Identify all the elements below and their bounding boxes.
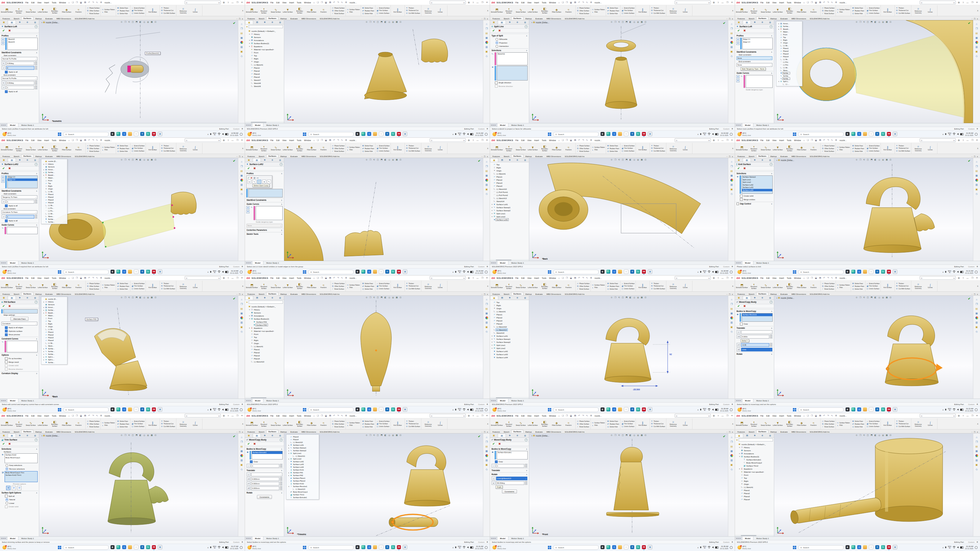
tool-extruded-surface[interactable]: ⬒Extruded Surface [1, 146, 13, 151]
tree-item-plane1[interactable]: ▱Plane1 [491, 313, 529, 316]
selection-item[interactable]: Body-Move/Copy1 [5, 456, 37, 459]
wifi-icon[interactable] [708, 546, 711, 549]
search-box[interactable]: ⊙▾ [430, 414, 466, 418]
search-box[interactable]: ⊙▾ [675, 1, 711, 4]
show-both-icon[interactable]: ⊟ [17, 486, 21, 490]
tab-evaluate[interactable]: Evaluate [288, 293, 299, 295]
tool-fillet[interactable]: ◗Fillet [837, 286, 850, 289]
view-orientation-icon[interactable]: ⬒ [136, 21, 138, 23]
doc-restore-icon[interactable]: ❐ [239, 431, 240, 433]
tree-item-right[interactable]: ▯Right [246, 338, 284, 341]
pm-dropdown[interactable]: Curvature⌄ [2, 322, 37, 326]
part-reviewer-icon[interactable]: ◇ [731, 330, 733, 333]
pm-help-icon[interactable]: ? [35, 163, 38, 166]
tool-boundary-surface[interactable]: ◧Boundary Surface [539, 145, 550, 152]
edit-appearance-icon[interactable]: ◍ [392, 296, 394, 299]
undo-icon[interactable]: ↶ [88, 414, 90, 417]
status-tag-icon[interactable]: ❖ [241, 265, 243, 268]
tool-planar-surface[interactable]: ▱Planar Surface [87, 7, 100, 9]
tool-cut-with-surface[interactable]: ⊘Cut With Surface [651, 12, 665, 14]
tree-item-split-line2[interactable]: ▸⊜Split Line2 [287, 457, 318, 460]
tab-features[interactable]: Features [736, 430, 747, 433]
file-explorer-icon[interactable]: ▤ [730, 307, 733, 310]
sheet-nav-icon-0[interactable]: ◂◂ [491, 124, 492, 126]
tool-curves[interactable]: ∫Curves [434, 421, 446, 426]
viewport[interactable]: ⊙❐⟲◫⬒◧◎◍▦⊡▸▣nozzle (Defau...✔ [39, 433, 238, 536]
taskbar-app-file-explorer[interactable] [863, 132, 867, 137]
wifi-icon[interactable] [218, 546, 221, 549]
pm-section-options[interactable]: Options∧ [1, 353, 38, 356]
tool-surface-flatten[interactable]: ▭Surface Flatten [102, 421, 115, 424]
taskbar-search[interactable]: ⊙Search [63, 407, 109, 412]
open-icon[interactable]: ❐ [76, 414, 78, 417]
hide-show-items-icon[interactable]: ◎ [633, 296, 635, 299]
tool-extend-surface[interactable]: ↔Extend Surface [131, 144, 145, 147]
tool-swept-surface[interactable]: ∿Swept Surface [515, 146, 527, 151]
design-library-icon[interactable]: ❒ [730, 27, 733, 30]
tree-item-split-l[interactable]: ▾⊜Split L.. [777, 80, 801, 83]
appearances-icon[interactable] [485, 179, 488, 181]
menu-insert[interactable]: Insert [533, 139, 539, 141]
pm-dropdown[interactable]: None⌄ [247, 224, 282, 227]
taskbar-app-file-explorer[interactable] [128, 545, 132, 550]
menu-file[interactable]: File [515, 277, 519, 279]
tab-evaluate[interactable]: Evaluate [288, 17, 299, 20]
taskbar-app-notepad[interactable]: ≡ [134, 545, 138, 550]
menu-file[interactable]: File [25, 415, 29, 417]
checkbox-apply-to-all[interactable]: ✓Apply to all [5, 205, 37, 207]
propertymanager-tab-icon[interactable]: ▤ [253, 20, 261, 24]
microphone-icon[interactable] [210, 409, 211, 411]
tool-trim-surface[interactable]: ◪Trim Surface [621, 147, 635, 149]
tab-model[interactable]: Model [252, 123, 264, 127]
selection-item[interactable]: Surface-Knit2 [5, 454, 37, 456]
tree-item-surfac[interactable]: ▼Surfac... [42, 361, 66, 364]
tree-scrollbar[interactable] [735, 535, 774, 536]
menu-tools[interactable]: Tools [541, 415, 547, 417]
view-settings-icon[interactable]: ⊡ [400, 296, 401, 299]
taskbar-weather[interactable]: 26°CMostly clear [737, 546, 751, 549]
tree-item-sketch1[interactable]: ◺(-) Sketch1 [736, 486, 774, 489]
tool-ruled-surface[interactable]: ∕Ruled Surface [577, 288, 590, 290]
tool-delete-hole[interactable]: ◎Delete Hole [362, 288, 374, 290]
pm-dropdown[interactable]: None⌄ [737, 56, 772, 60]
dimxpert-tab-icon[interactable]: ⊕ [269, 296, 276, 300]
tree-item-surfac[interactable]: ▸∿Surfac... [42, 350, 66, 353]
dimxpert-tab-icon[interactable]: ⊕ [514, 158, 521, 162]
doc-restore-icon[interactable]: ❐ [974, 293, 975, 295]
pm-cancel-button[interactable]: ✖ [9, 167, 11, 170]
tree-item-sketch8[interactable]: ◺Sketch8 [246, 81, 284, 84]
tab-model[interactable]: Model [252, 261, 264, 265]
ptool-deselect-icon[interactable]: ⊘ [253, 176, 255, 179]
tree-item-surface-loft2[interactable]: ▼Surface-Loft2 [491, 349, 529, 353]
notifications-icon[interactable] [240, 408, 243, 411]
menu-tools[interactable]: Tools [51, 415, 57, 417]
tab-sketch[interactable]: Sketch [257, 17, 266, 20]
doc-restore-icon[interactable]: ❐ [239, 156, 240, 158]
battery-icon[interactable] [470, 271, 474, 273]
edit-appearance-icon[interactable]: ◍ [882, 159, 884, 161]
view-settings-icon[interactable]: ⊡ [890, 159, 891, 161]
notifications-icon[interactable] [240, 546, 243, 549]
user-account-icon[interactable]: ◍ [957, 414, 960, 417]
view-settings-icon[interactable]: ⊡ [890, 434, 891, 437]
battery-icon[interactable] [960, 546, 964, 549]
pm-section-translate[interactable]: Translate∧ [736, 326, 773, 329]
sheet-nav-icon-3[interactable]: ▸▸ [740, 262, 741, 264]
button-constraints[interactable]: Constraints [502, 489, 517, 494]
taskbar-app-file-explorer[interactable] [373, 270, 377, 275]
propertymanager-tab-icon[interactable]: ▤ [8, 158, 16, 162]
tree-item-plane2[interactable]: ▱Plane2 [246, 351, 284, 354]
tab-model[interactable]: Model [742, 399, 754, 402]
tool-thicken[interactable]: ≡Thicken [406, 144, 420, 147]
print-icon[interactable]: ▤ [329, 277, 332, 279]
spin-up-button[interactable]: ▲ [280, 464, 282, 465]
menu-edit[interactable]: Edit [520, 2, 525, 4]
wifi-icon[interactable] [953, 408, 956, 411]
close-button[interactable]: ✕ [730, 1, 733, 4]
tree-item-top[interactable]: ▱Top [42, 182, 66, 184]
featuremanager-tab-icon[interactable]: ▣ [490, 20, 498, 24]
tool-lofted-surface[interactable]: ▼Lofted Surface [527, 146, 539, 151]
file-explorer-icon[interactable]: ▤ [975, 32, 978, 35]
notifications-icon[interactable] [975, 408, 978, 411]
taskbar-app-audio[interactable]: ∿ [146, 132, 150, 137]
